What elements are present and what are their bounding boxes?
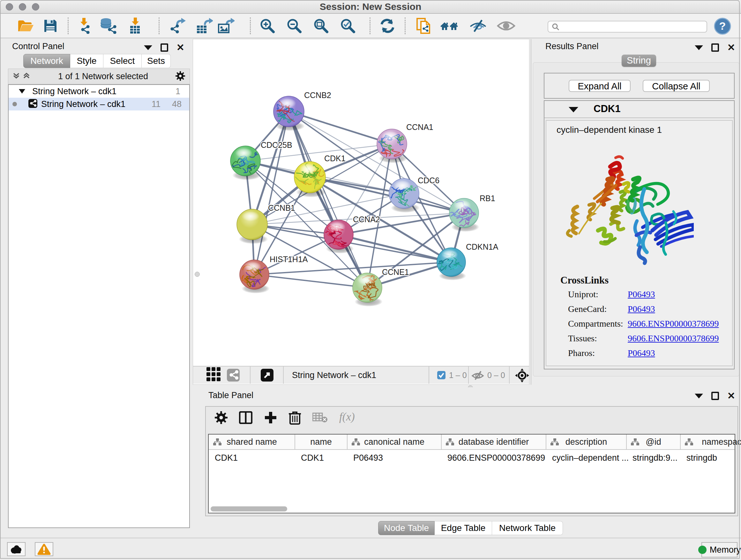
- svg-text:CCNE1: CCNE1: [382, 267, 409, 276]
- svg-text:CDKN1A: CDKN1A: [466, 242, 498, 251]
- svg-text:RB1: RB1: [480, 194, 495, 203]
- svg-text:CCNB1: CCNB1: [268, 203, 295, 212]
- svg-text:CCNB2: CCNB2: [304, 91, 331, 100]
- svg-text:CCNA1: CCNA1: [406, 123, 433, 132]
- svg-text:CDK1: CDK1: [324, 154, 346, 163]
- svg-text:?: ?: [719, 20, 726, 32]
- svg-text:CCNA2: CCNA2: [353, 215, 380, 224]
- svg-text:HIST1H1A: HIST1H1A: [270, 255, 308, 264]
- svg-text:CDC6: CDC6: [418, 176, 440, 185]
- svg-text:CDC25B: CDC25B: [261, 140, 292, 149]
